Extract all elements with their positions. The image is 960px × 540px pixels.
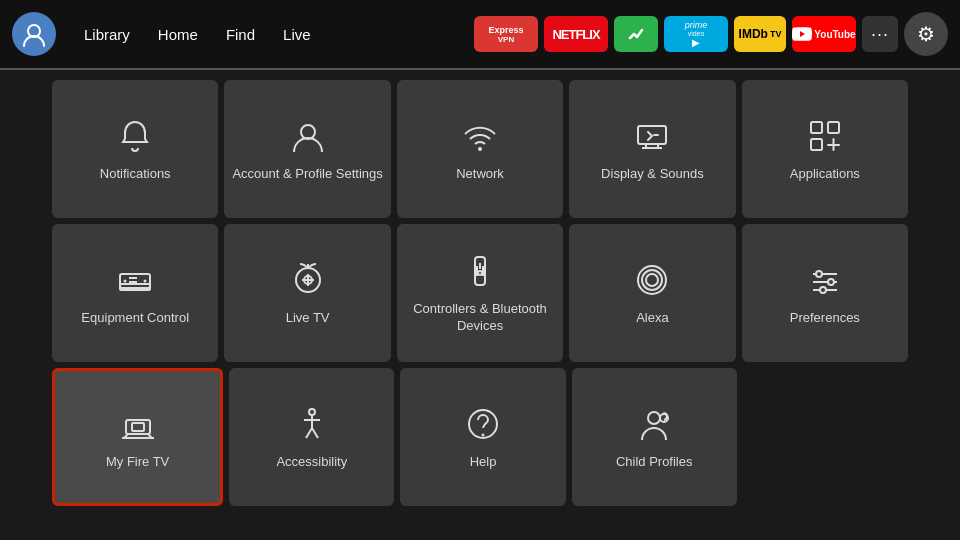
app-youtube[interactable]: YouTube bbox=[792, 16, 856, 52]
child-profiles-label: Child Profiles bbox=[608, 454, 701, 471]
app-shortcuts: Express VPN NETFLIX prime video ▶ IMDb bbox=[474, 12, 948, 56]
network-label: Network bbox=[448, 166, 512, 183]
svg-point-44 bbox=[482, 433, 485, 436]
svg-rect-34 bbox=[132, 423, 144, 431]
preferences-label: Preferences bbox=[782, 310, 868, 327]
settings-help[interactable]: Help bbox=[400, 368, 565, 506]
app-netflix[interactable]: NETFLIX bbox=[544, 16, 608, 52]
app-imdbTV[interactable]: IMDb TV bbox=[734, 16, 786, 52]
grid-row-2: Equipment Control Live TV Controllers & … bbox=[52, 224, 908, 362]
settings-my-fire-tv[interactable]: My Fire TV bbox=[52, 368, 223, 506]
svg-point-31 bbox=[828, 279, 834, 285]
svg-point-3 bbox=[301, 125, 315, 139]
app-expressvpn[interactable]: Express VPN bbox=[474, 16, 538, 52]
settings-button[interactable]: ⚙ bbox=[904, 12, 948, 56]
help-label: Help bbox=[462, 454, 505, 471]
svg-line-42 bbox=[312, 428, 318, 438]
settings-applications[interactable]: Applications bbox=[742, 80, 908, 218]
svg-line-41 bbox=[306, 428, 312, 438]
more-apps-button[interactable]: ··· bbox=[862, 16, 898, 52]
avatar[interactable] bbox=[12, 12, 56, 56]
applications-label: Applications bbox=[782, 166, 868, 183]
app-primevideo[interactable]: prime video ▶ bbox=[664, 16, 728, 52]
settings-display-sounds[interactable]: Display & Sounds bbox=[569, 80, 735, 218]
svg-point-11 bbox=[124, 279, 127, 282]
app-feedly[interactable] bbox=[614, 16, 658, 52]
controllers-bluetooth-label: Controllers & Bluetooth Devices bbox=[397, 301, 563, 335]
settings-grid: Notifications Account & Profile Settings… bbox=[0, 70, 960, 516]
settings-child-profiles[interactable]: Child Profiles bbox=[572, 368, 737, 506]
svg-rect-8 bbox=[811, 139, 822, 150]
accessibility-label: Accessibility bbox=[268, 454, 355, 471]
grid-row-1: Notifications Account & Profile Settings… bbox=[52, 80, 908, 218]
nav-home[interactable]: Home bbox=[146, 20, 210, 49]
live-tv-label: Live TV bbox=[278, 310, 338, 327]
svg-point-21 bbox=[478, 271, 482, 275]
navigation-bar: Library Home Find Live Express VPN NETFL… bbox=[0, 0, 960, 68]
settings-account-profile[interactable]: Account & Profile Settings bbox=[224, 80, 390, 218]
svg-point-30 bbox=[816, 271, 822, 277]
settings-equipment-control[interactable]: Equipment Control bbox=[52, 224, 218, 362]
equipment-control-label: Equipment Control bbox=[73, 310, 197, 327]
svg-point-26 bbox=[646, 274, 658, 286]
grid-row-3: My Fire TV Accessibility Help bbox=[52, 368, 908, 506]
svg-point-32 bbox=[820, 287, 826, 293]
notifications-label: Notifications bbox=[92, 166, 179, 183]
account-profile-label: Account & Profile Settings bbox=[224, 166, 390, 183]
svg-point-4 bbox=[478, 147, 482, 151]
settings-accessibility[interactable]: Accessibility bbox=[229, 368, 394, 506]
settings-preferences[interactable]: Preferences bbox=[742, 224, 908, 362]
settings-notifications[interactable]: Notifications bbox=[52, 80, 218, 218]
svg-point-47 bbox=[663, 421, 665, 423]
nav-library[interactable]: Library bbox=[72, 20, 142, 49]
alexa-label: Alexa bbox=[628, 310, 677, 327]
nav-links: Library Home Find Live bbox=[72, 20, 323, 49]
svg-rect-7 bbox=[828, 122, 839, 133]
svg-point-38 bbox=[309, 409, 315, 415]
svg-rect-6 bbox=[811, 122, 822, 133]
settings-live-tv[interactable]: Live TV bbox=[224, 224, 390, 362]
settings-network[interactable]: Network bbox=[397, 80, 563, 218]
settings-controllers-bluetooth[interactable]: Controllers & Bluetooth Devices bbox=[397, 224, 563, 362]
grid-empty-cell bbox=[743, 368, 908, 506]
display-sounds-label: Display & Sounds bbox=[593, 166, 712, 183]
nav-find[interactable]: Find bbox=[214, 20, 267, 49]
nav-live[interactable]: Live bbox=[271, 20, 323, 49]
svg-point-1 bbox=[626, 24, 646, 44]
my-fire-tv-label: My Fire TV bbox=[98, 454, 177, 471]
settings-alexa[interactable]: Alexa bbox=[569, 224, 735, 362]
svg-point-45 bbox=[648, 412, 660, 424]
svg-point-12 bbox=[144, 279, 147, 282]
